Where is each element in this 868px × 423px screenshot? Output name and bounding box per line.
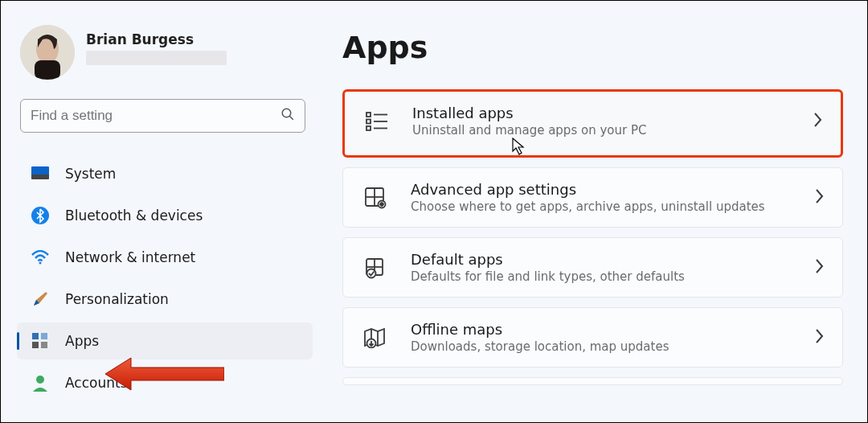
- advanced-app-icon: [361, 183, 390, 212]
- svg-rect-1: [35, 60, 60, 80]
- nav-bluetooth[interactable]: Bluetooth & devices: [17, 197, 318, 234]
- wifi-icon: [31, 248, 49, 266]
- chevron-right-icon: [813, 257, 825, 278]
- search-box[interactable]: [20, 99, 305, 133]
- chevron-right-icon: [813, 327, 825, 348]
- svg-rect-11: [41, 342, 47, 348]
- nav-system[interactable]: System: [17, 155, 318, 192]
- settings-nav: System Bluetooth & devices Network & int…: [17, 155, 318, 406]
- main-content: Apps Installed apps Uninstall and manage…: [318, 1, 867, 422]
- chevron-right-icon: [812, 111, 823, 132]
- card-desc: Uninstall and manage apps on your PC: [412, 123, 812, 138]
- bluetooth-icon: [31, 207, 49, 224]
- mouse-cursor-icon: [512, 138, 526, 158]
- account-email-redacted: [86, 51, 227, 65]
- card-desc: Defaults for file and link types, other …: [411, 269, 813, 284]
- svg-rect-5: [31, 175, 49, 179]
- svg-line-3: [289, 116, 293, 120]
- search-input[interactable]: [31, 108, 280, 124]
- svg-point-26: [367, 269, 376, 277]
- paintbrush-icon: [31, 290, 49, 308]
- nav-network[interactable]: Network & internet: [17, 239, 318, 276]
- nav-accounts[interactable]: Accounts: [17, 364, 318, 401]
- default-apps-icon: [361, 253, 390, 282]
- avatar: [20, 25, 75, 80]
- nav-apps[interactable]: Apps: [17, 322, 313, 359]
- card-desc: Choose where to get apps, archive apps, …: [411, 199, 813, 214]
- svg-point-2: [282, 109, 291, 117]
- card-offline-maps[interactable]: Offline maps Downloads, storage location…: [342, 307, 843, 368]
- svg-point-7: [39, 262, 42, 265]
- card-advanced-app-settings[interactable]: Advanced app settings Choose where to ge…: [342, 167, 843, 228]
- card-installed-apps[interactable]: Installed apps Uninstall and manage apps…: [342, 89, 843, 158]
- page-title: Apps: [342, 30, 843, 65]
- svg-rect-10: [32, 342, 39, 348]
- card-title: Installed apps: [412, 105, 812, 121]
- card-title: Offline maps: [411, 321, 813, 338]
- account-name: Brian Burgess: [86, 31, 227, 47]
- svg-rect-9: [41, 333, 47, 339]
- card-desc: Downloads, storage location, map updates: [411, 339, 813, 354]
- system-icon: [31, 165, 49, 183]
- svg-point-12: [36, 376, 44, 384]
- installed-apps-icon: [362, 107, 391, 136]
- card-partial[interactable]: [342, 377, 843, 385]
- nav-personalization[interactable]: Personalization: [17, 281, 318, 318]
- svg-rect-17: [366, 126, 371, 130]
- person-icon: [31, 374, 49, 392]
- chevron-right-icon: [813, 187, 825, 208]
- account-profile[interactable]: Brian Burgess: [17, 25, 318, 80]
- svg-rect-13: [366, 113, 371, 117]
- card-title: Advanced app settings: [411, 181, 813, 198]
- search-icon: [280, 107, 295, 125]
- card-title: Default apps: [411, 251, 813, 268]
- apps-icon: [31, 332, 49, 350]
- svg-rect-15: [366, 119, 371, 123]
- map-icon: [361, 323, 390, 352]
- card-default-apps[interactable]: Default apps Defaults for file and link …: [342, 237, 843, 298]
- svg-rect-8: [32, 333, 39, 339]
- sidebar: Brian Burgess System: [1, 1, 318, 422]
